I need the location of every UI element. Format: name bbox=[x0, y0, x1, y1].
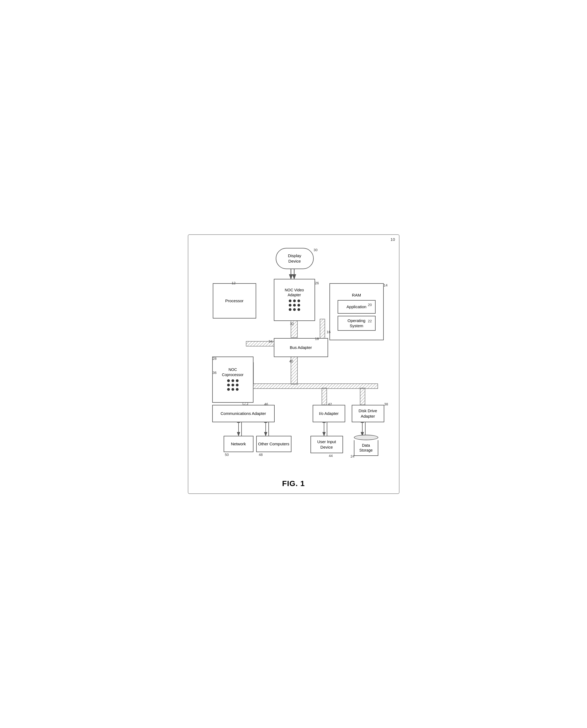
ref-bus-adapter: 18 bbox=[315, 337, 319, 341]
disk-drive-adapter: Disk Drive Adapter bbox=[352, 405, 384, 422]
ref-bus34: 34 bbox=[269, 339, 273, 343]
dot bbox=[289, 304, 291, 306]
dot bbox=[232, 384, 234, 386]
ref-bus32: 32 bbox=[290, 322, 294, 326]
ref-noc-cop: 28 bbox=[213, 357, 216, 361]
dot bbox=[232, 379, 234, 382]
page: 10 bbox=[188, 234, 399, 494]
network: Network bbox=[224, 436, 254, 452]
ram: RAM Application Operating System bbox=[329, 283, 384, 340]
dot bbox=[293, 299, 296, 302]
ref-network: 50 bbox=[225, 453, 229, 457]
cylinder-top bbox=[354, 435, 378, 440]
dot bbox=[298, 304, 300, 306]
svg-rect-7 bbox=[246, 341, 278, 346]
dot bbox=[289, 308, 291, 311]
other-computers: Other Computers bbox=[256, 436, 291, 452]
ref-bus36: 36 bbox=[213, 371, 216, 375]
corner-ref: 10 bbox=[391, 237, 395, 242]
ref-bus16: 16 bbox=[327, 330, 331, 334]
display-device: Display Device bbox=[276, 248, 314, 269]
ref-comm-adapter: 46 bbox=[264, 402, 268, 406]
dot bbox=[293, 304, 296, 306]
dot bbox=[298, 308, 300, 311]
noc-coprocessor: NOC Coprocessor bbox=[212, 357, 254, 403]
noc-grid-video bbox=[288, 298, 301, 312]
dot bbox=[236, 379, 238, 382]
svg-rect-14 bbox=[360, 388, 365, 405]
ref-io-adapter: 42 bbox=[328, 402, 332, 406]
ref-bus40: 40 bbox=[289, 359, 293, 363]
ref-processor: 12 bbox=[232, 281, 236, 285]
application: Application bbox=[337, 300, 376, 314]
dot bbox=[227, 379, 230, 382]
svg-rect-13 bbox=[322, 388, 327, 405]
dot bbox=[298, 299, 300, 302]
ref-noc-video: 26 bbox=[315, 281, 319, 285]
dot bbox=[227, 384, 230, 386]
ref-data-storage: 24 bbox=[351, 454, 354, 458]
dot bbox=[236, 388, 238, 391]
dot bbox=[289, 299, 291, 302]
dot bbox=[236, 384, 238, 386]
user-input-device: User Input Device bbox=[310, 436, 343, 453]
diagram: Display Device 30 NOC Video Adapter 26 3… bbox=[196, 243, 391, 477]
ref-app: 20 bbox=[368, 303, 372, 307]
data-storage: Data Storage bbox=[354, 435, 378, 456]
ref-user-input: 44 bbox=[329, 454, 333, 458]
ref-ram: 14 bbox=[384, 283, 388, 287]
io-adapter: I/o Adapter bbox=[313, 405, 345, 422]
operating-system: Operating System bbox=[337, 316, 376, 331]
dot bbox=[232, 388, 234, 391]
processor: Processor bbox=[213, 283, 256, 319]
communications-adapter: Communications Adapter bbox=[212, 405, 275, 422]
noc-grid-cop bbox=[226, 378, 240, 392]
ref-disk-adapter: 38 bbox=[384, 402, 388, 406]
ref-display-device: 30 bbox=[314, 248, 318, 252]
ram-label: RAM bbox=[352, 292, 361, 298]
bus-adapter: Bus Adapter bbox=[274, 338, 328, 357]
ref-os: 22 bbox=[368, 319, 372, 323]
fig-label: FIG. 1 bbox=[196, 479, 391, 488]
dot bbox=[227, 388, 230, 391]
ref-other-comp: 48 bbox=[259, 453, 263, 457]
cylinder-body: Data Storage bbox=[354, 440, 378, 456]
dot bbox=[293, 308, 296, 311]
noc-video-adapter: NOC Video Adapter bbox=[274, 279, 315, 321]
